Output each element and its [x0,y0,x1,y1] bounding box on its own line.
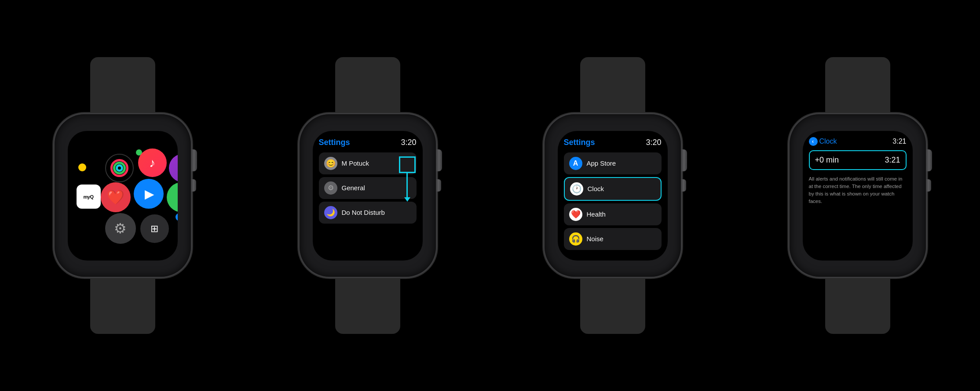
settings-time-2: 3:20 [401,138,416,147]
mpotuck-avatar: 😊 [324,157,337,170]
settings-item-dnd[interactable]: 🌙 Do Not Disturb [319,202,417,224]
health-icon: ❤️ [569,208,582,221]
settings-header-3: Settings 3:20 [564,138,662,147]
svg-point-2 [117,166,122,171]
app-podcast-icon: 🎙 [169,154,178,182]
noise-label: Noise [587,235,603,243]
watch-screen-4: ‹ Clock 3:21 +0 min 3:21 All alerts and … [803,131,913,261]
clock-detail-time: 3:21 [892,138,906,145]
appstore-icon: A [569,157,582,170]
settings-header-2: Settings 3:20 [319,138,417,147]
watch-crown-3 [681,149,687,171]
clock-label: Clock [588,185,604,192]
clock-description: All alerts and notifications will still … [809,175,907,206]
watch-btn-2 [436,179,441,192]
scroll-arrow-tip [404,197,410,202]
watch-screen-1: ♪ 🎙 myQ ❤️ ▶ 📍 [68,131,178,261]
time-offset-setting[interactable]: +0 min 3:21 [809,150,907,170]
app-settings-icon: ⚙ [105,213,136,244]
noise-icon: 🎧 [569,232,582,246]
watch-screen-2: Settings 3:20 😊 M Potuck ⚙ General [313,131,423,261]
general-icon: ⚙ [324,181,337,195]
settings-item-clock[interactable]: 🕐 Clock [564,177,662,201]
clock-back-header: ‹ Clock 3:21 [809,137,907,146]
watch-4: ‹ Clock 3:21 +0 min 3:21 All alerts and … [790,7,926,384]
settings-item-appstore[interactable]: A App Store [564,152,662,174]
watch-btn-1 [191,179,196,192]
watch-body-4: ‹ Clock 3:21 +0 min 3:21 All alerts and … [790,114,926,277]
app-remote-icon: ▶ [134,179,164,209]
settings-item-health[interactable]: ❤️ Health [564,203,662,225]
watch-crown-1 [191,149,197,171]
watch-band-top-3 [580,57,645,114]
settings-item-noise[interactable]: 🎧 Noise [564,228,662,250]
back-circle-icon: ‹ [809,137,818,146]
watch-body-3: Settings 3:20 A App Store 🕐 Clock [545,114,681,277]
settings-time-3: 3:20 [646,138,661,147]
time-offset-value: +0 min [815,156,839,165]
watch-3: Settings 3:20 A App Store 🕐 Clock [545,7,681,384]
settings-title-2: Settings [319,138,350,147]
dnd-label: Do Not Disturb [342,209,385,216]
clock-icon: 🕐 [570,182,583,196]
app-myq-icon: myQ [77,185,101,209]
watch-btn-3 [681,179,686,192]
scroll-circle [399,156,416,173]
app-music-icon: ♪ [138,148,167,177]
settings-title-3: Settings [564,138,595,147]
app-grid: ♪ 🎙 myQ ❤️ ▶ 📍 [72,136,173,255]
back-button[interactable]: ‹ Clock [809,137,837,146]
watch-band-bottom-3 [580,277,645,334]
watch-2: Settings 3:20 😊 M Potuck ⚙ General [300,7,436,384]
app-activity-icon [105,154,134,182]
app-findmy-icon: 📍 [167,182,178,212]
scroll-line [406,173,408,197]
time-offset-display: 3:21 [885,156,900,165]
watch-crown-2 [436,149,442,171]
dnd-icon: 🌙 [324,206,337,219]
back-label: Clock [819,138,837,145]
scroll-indicator [399,156,416,197]
appstore-label: App Store [587,159,616,167]
general-label: General [342,184,365,192]
watch-screen-3: Settings 3:20 A App Store 🕐 Clock [558,131,668,261]
watch-band-bottom-1 [90,277,155,334]
dot-yellow [78,163,86,171]
watch-btn-4 [926,179,931,192]
watch-band-top-4 [825,57,890,114]
watch-1: ♪ 🎙 myQ ❤️ ▶ 📍 [55,7,191,384]
watch-body-2: Settings 3:20 😊 M Potuck ⚙ General [300,114,436,277]
app-calculator-icon: ⊞ [140,214,169,243]
health-label: Health [587,210,606,218]
dot-blue [176,213,178,221]
watch-band-bottom-2 [335,277,400,334]
watch-band-top-2 [335,57,400,114]
watch-crown-4 [926,149,932,171]
watch-body-1: ♪ 🎙 myQ ❤️ ▶ 📍 [55,114,191,277]
mpotuck-label: M Potuck [342,159,369,167]
watch-band-top-1 [90,57,155,114]
watch-band-bottom-4 [825,277,890,334]
app-heartrate-icon: ❤️ [101,182,131,212]
